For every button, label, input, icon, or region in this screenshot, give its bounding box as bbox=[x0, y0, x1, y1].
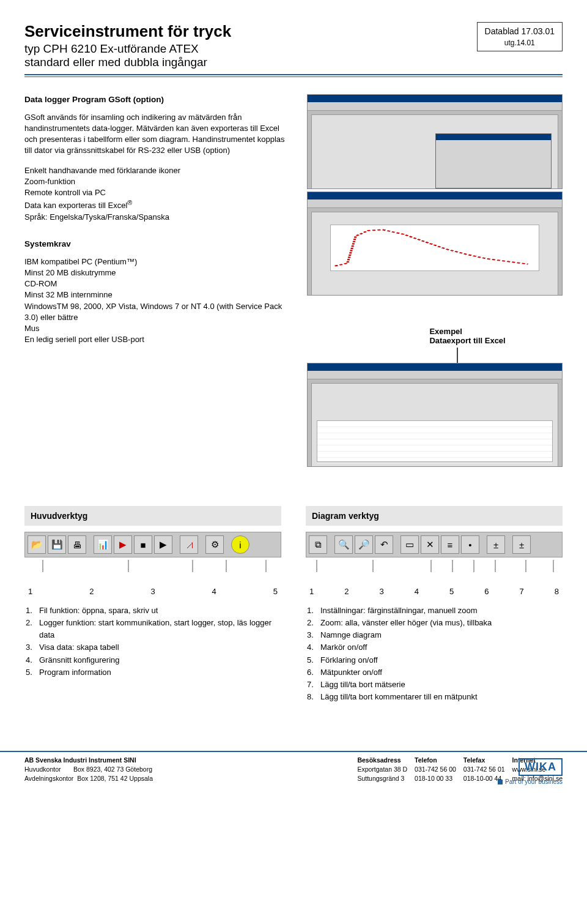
gsoft-heading: Data logger Program GSoft (option) bbox=[24, 94, 292, 106]
sysreq-4: Minst 32 MB internminne bbox=[24, 289, 292, 300]
feature-line-1: Enkelt handhavande med förklarande ikone… bbox=[24, 165, 292, 176]
diagram-tool-descriptions: 1.Inställningar: färginställningar, manu… bbox=[306, 605, 563, 703]
main-tools-header: Huvudverktyg bbox=[24, 506, 281, 526]
zoom-back-icon[interactable]: ↶ bbox=[375, 535, 393, 554]
page-subtitle-1: typ CPH 6210 Ex-utförande ATEX bbox=[24, 42, 231, 56]
content-right-column: Exempel Dataexport till Excel bbox=[307, 94, 563, 467]
feature-line-3: Remote kontroll via PC bbox=[24, 187, 292, 198]
header-left: Serviceinstrument för tryck typ CPH 6210… bbox=[24, 22, 231, 69]
diagram-tool-numbers: 1 2 3 4 5 6 7 8 bbox=[306, 587, 563, 596]
datasheet-number: Datablad 17.03.01 bbox=[485, 26, 555, 36]
page-header: Serviceinstrument för tryck typ CPH 6210… bbox=[24, 22, 563, 69]
open-icon[interactable]: 📂 bbox=[28, 535, 46, 554]
name-icon[interactable]: ▭ bbox=[401, 535, 419, 554]
legend-icon[interactable]: ≡ bbox=[441, 535, 459, 554]
feature-line-4: Data kan exporteras till Excel® bbox=[24, 198, 292, 212]
screenshot-excel-export bbox=[307, 363, 563, 467]
main-tools-column: Huvudverktyg 📂 💾 🖶 📊 ▶ ■ ▶ ⩘ ⚙ i bbox=[24, 506, 281, 703]
edition-number: utg.14.01 bbox=[485, 39, 555, 47]
sysreq-6: Mus bbox=[24, 323, 292, 334]
page-title: Serviceinstrument för tryck bbox=[24, 22, 231, 41]
page-footer: AB Svenska Industri Instrument SINI Huvu… bbox=[0, 751, 587, 795]
read-icon[interactable]: ▶ bbox=[154, 535, 172, 554]
record-icon[interactable]: ▶ bbox=[114, 535, 132, 554]
diagram-toolbar: ⧉ 🔍 🔎 ↶ ▭ ✕ ≡ • ± ± bbox=[306, 532, 563, 557]
save-icon[interactable]: 💾 bbox=[48, 535, 66, 554]
sysreq-7: En ledig seriell port eller USB-port bbox=[24, 334, 292, 345]
diagram-tools-column: Diagram verktyg ⧉ 🔍 🔎 ↶ ▭ ✕ ≡ • ± ± bbox=[306, 506, 563, 703]
footer-phone: Telefon 031-742 56 00 018-10 00 33 bbox=[415, 756, 456, 783]
screenshot-gsoft-main bbox=[307, 94, 563, 189]
divider-thin bbox=[24, 76, 563, 77]
main-toolbar: 📂 💾 🖶 📊 ▶ ■ ▶ ⩘ ⚙ i bbox=[24, 532, 281, 557]
print-icon[interactable]: 🖶 bbox=[68, 535, 86, 554]
main-tool-numbers: 1 2 3 4 5 bbox=[24, 587, 281, 596]
wika-logo: WIKA bbox=[519, 758, 563, 776]
main-tool-descriptions: 1.Fil funktion: öppna, spara, skriv ut 2… bbox=[24, 605, 281, 679]
sysreq-1: IBM kompatibel PC (Pentium™) bbox=[24, 256, 292, 267]
stop-icon[interactable]: ■ bbox=[134, 535, 152, 554]
diagram-tool-ticks bbox=[306, 560, 563, 578]
main-tool-ticks bbox=[24, 560, 281, 578]
points-icon[interactable]: • bbox=[461, 535, 479, 554]
divider-thick bbox=[24, 74, 563, 75]
sysreq-3: CD-ROM bbox=[24, 278, 292, 289]
info-icon[interactable]: i bbox=[231, 535, 249, 554]
feature-line-5: Språk: Engelska/Tyska/Franska/Spanska bbox=[24, 212, 292, 223]
sysreq-heading: Systemkrav bbox=[24, 239, 292, 250]
diagram-tools-header: Diagram verktyg bbox=[306, 506, 563, 526]
series-add-icon[interactable]: ± bbox=[487, 535, 505, 554]
example-label: Exempel Dataexport till Excel bbox=[429, 327, 505, 345]
feature-line-2: Zoom-funktion bbox=[24, 176, 292, 187]
comment-icon[interactable]: ± bbox=[512, 535, 531, 554]
zoom-lr-icon[interactable]: 🔎 bbox=[355, 535, 373, 554]
config-icon[interactable]: ⚙ bbox=[205, 535, 224, 554]
gsoft-description: GSoft används för insamling och indikeri… bbox=[24, 112, 292, 157]
wika-tagline: Part of your business bbox=[498, 778, 563, 785]
sysreq-5: WindowsTM 98, 2000, XP Vista, Windows 7 … bbox=[24, 301, 292, 323]
content-left-column: Data logger Program GSoft (option) GSoft… bbox=[24, 94, 292, 467]
footer-address: Besöksadress Exportgatan 38 D Suttungsgr… bbox=[357, 756, 407, 783]
table-icon[interactable]: ⩘ bbox=[180, 535, 198, 554]
marker-icon[interactable]: ✕ bbox=[421, 535, 439, 554]
footer-logo: WIKA Part of your business bbox=[498, 758, 563, 785]
sysreq-2: Minst 20 MB diskutrymme bbox=[24, 267, 292, 278]
connect-icon[interactable]: 📊 bbox=[94, 535, 112, 554]
zoom-all-icon[interactable]: 🔍 bbox=[334, 535, 353, 554]
screenshot-gsoft-diagram bbox=[307, 192, 563, 296]
footer-company: AB Svenska Industri Instrument SINI Huvu… bbox=[24, 756, 350, 783]
datasheet-box: Datablad 17.03.01 utg.14.01 bbox=[477, 22, 563, 51]
page-subtitle-2: standard eller med dubbla ingångar bbox=[24, 56, 231, 69]
screenshot-dialog bbox=[435, 133, 552, 188]
settings-icon[interactable]: ⧉ bbox=[309, 535, 327, 554]
